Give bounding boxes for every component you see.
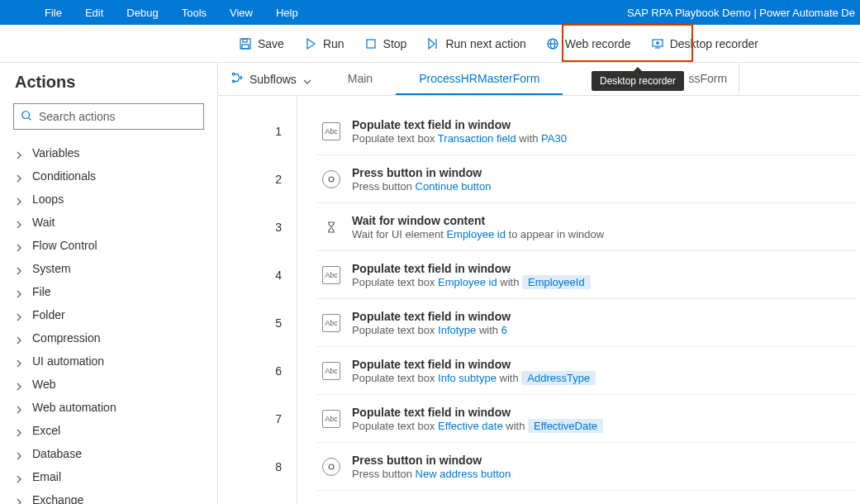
flow-step[interactable]: AbcPopulate text field in windowPopulate… — [317, 107, 857, 155]
web-recorder-label: Web recorde — [565, 37, 631, 50]
subflows-icon — [231, 72, 243, 86]
step-link: Employee id — [446, 228, 506, 240]
category-label: File — [32, 285, 51, 298]
step-icon — [426, 37, 440, 50]
search-input[interactable] — [39, 110, 197, 123]
step-title: Populate text field in window — [352, 358, 596, 371]
flow-step[interactable]: AbcPopulate text field in windowPopulate… — [317, 251, 857, 299]
category-item[interactable]: Variables — [0, 141, 217, 164]
save-button[interactable]: Save — [229, 31, 294, 57]
desktop-recorder-button[interactable]: Desktop recorder — [641, 31, 768, 57]
tab-processhrmasterform[interactable]: ProcessHRMasterForm — [396, 63, 563, 95]
run-button[interactable]: Run — [294, 31, 354, 57]
flow-step[interactable]: AbcPopulate text field in windowPopulate… — [317, 299, 857, 347]
menu-debug[interactable]: Debug — [115, 7, 169, 19]
tab-ssform[interactable]: ssForm — [677, 63, 739, 95]
category-label: Wait — [32, 216, 55, 229]
chevron-right-icon — [15, 426, 23, 435]
flow-step[interactable]: Press button in windowPress button New a… — [317, 443, 857, 491]
step-title: Wait for window content — [352, 214, 604, 227]
category-item[interactable]: Wait — [0, 211, 217, 234]
category-item[interactable]: Web automation — [0, 396, 217, 419]
step-description: Populate text box Infotype with 6 — [352, 324, 511, 336]
step-title: Populate text field in window — [352, 118, 567, 131]
menu-view[interactable]: View — [218, 7, 264, 19]
category-item[interactable]: Flow Control — [0, 234, 217, 257]
stop-label: Stop — [383, 37, 407, 50]
step-number: 2 — [275, 155, 282, 203]
button-press-icon — [322, 458, 340, 476]
menu-tools[interactable]: Tools — [170, 7, 218, 19]
save-icon — [239, 37, 252, 50]
subflows-label: Subflows — [249, 73, 297, 86]
svg-point-17 — [329, 464, 334, 469]
step-variable-pill: EffectiveDate — [528, 419, 603, 433]
subflows-dropdown[interactable]: Subflows — [218, 63, 325, 95]
category-label: Database — [32, 447, 82, 460]
text-field-icon: Abc — [322, 410, 340, 428]
step-desc-text: Press button — [352, 180, 416, 193]
category-item[interactable]: Excel — [0, 419, 217, 442]
window-title: SAP RPA Playbook Demo | Power Automate D… — [627, 7, 860, 19]
category-label: Flow Control — [32, 239, 97, 252]
category-item[interactable]: Compression — [0, 326, 217, 349]
category-item[interactable]: Folder — [0, 303, 217, 326]
chevron-right-icon — [15, 149, 23, 157]
step-desc-text: Populate text box — [352, 132, 438, 145]
actions-heading: Actions — [0, 63, 217, 103]
step-desc-text: with — [503, 420, 528, 432]
category-item[interactable]: Email — [0, 465, 217, 488]
menu-help[interactable]: Help — [264, 7, 310, 19]
category-label: Excel — [32, 424, 60, 437]
step-title: Populate text field in window — [352, 262, 591, 275]
step-variable-pill: AddressType — [521, 371, 596, 385]
step-desc-text: Populate text box — [352, 276, 438, 288]
flow-step[interactable]: AbcPopulate text field in windowPopulate… — [317, 395, 857, 443]
chevron-right-icon — [15, 357, 23, 365]
chevron-right-icon — [15, 380, 23, 388]
chevron-right-icon — [15, 473, 23, 481]
step-desc-text: with — [497, 276, 522, 288]
category-item[interactable]: Conditionals — [0, 164, 217, 188]
category-label: Compression — [32, 331, 100, 345]
run-next-button[interactable]: Run next action — [416, 31, 535, 57]
step-link: Info subtype — [438, 372, 497, 384]
svg-point-11 — [22, 111, 30, 118]
menu-edit[interactable]: Edit — [74, 7, 115, 19]
text-field-icon: Abc — [322, 122, 340, 140]
actions-sidebar: Actions VariablesConditionalsLoopsWaitFl… — [0, 63, 218, 504]
run-label: Run — [323, 37, 344, 50]
category-label: UI automation — [32, 354, 104, 368]
search-box[interactable] — [13, 103, 204, 130]
chevron-right-icon — [15, 172, 23, 180]
step-title: Populate text field in window — [352, 310, 511, 323]
chevron-right-icon — [15, 496, 23, 504]
step-number: 3 — [275, 203, 282, 251]
chevron-right-icon — [15, 449, 23, 458]
step-desc-text: with — [516, 132, 541, 145]
category-item[interactable]: System — [0, 257, 217, 280]
category-item[interactable]: UI automation — [0, 349, 217, 373]
category-item[interactable]: Web — [0, 373, 217, 396]
stop-button[interactable]: Stop — [354, 31, 417, 57]
flow-step[interactable]: AbcPopulate text field in windowPopulate… — [317, 347, 857, 395]
category-item[interactable]: Exchange — [0, 488, 217, 504]
tab-main[interactable]: Main — [325, 63, 396, 95]
chevron-right-icon — [15, 334, 23, 342]
save-label: Save — [258, 37, 284, 50]
step-desc-text: with — [476, 324, 501, 336]
step-description: Press button New address button — [352, 468, 511, 480]
category-item[interactable]: Database — [0, 442, 217, 465]
tooltip-desktop-recorder: Desktop recorder — [592, 71, 684, 91]
flow-step[interactable]: Press button in windowPress button Conti… — [317, 155, 857, 203]
category-item[interactable]: File — [0, 280, 217, 303]
web-recorder-button[interactable]: Web recorde — [536, 31, 641, 57]
category-label: Folder — [32, 308, 65, 321]
step-title: Press button in window — [352, 454, 511, 467]
category-item[interactable]: Loops — [0, 188, 217, 211]
chevron-right-icon — [15, 288, 23, 296]
menu-file[interactable]: File — [33, 7, 74, 19]
flow-step[interactable]: Wait for window contentWait for UI eleme… — [317, 203, 857, 251]
step-number: 1 — [275, 107, 282, 155]
search-icon — [21, 110, 32, 124]
